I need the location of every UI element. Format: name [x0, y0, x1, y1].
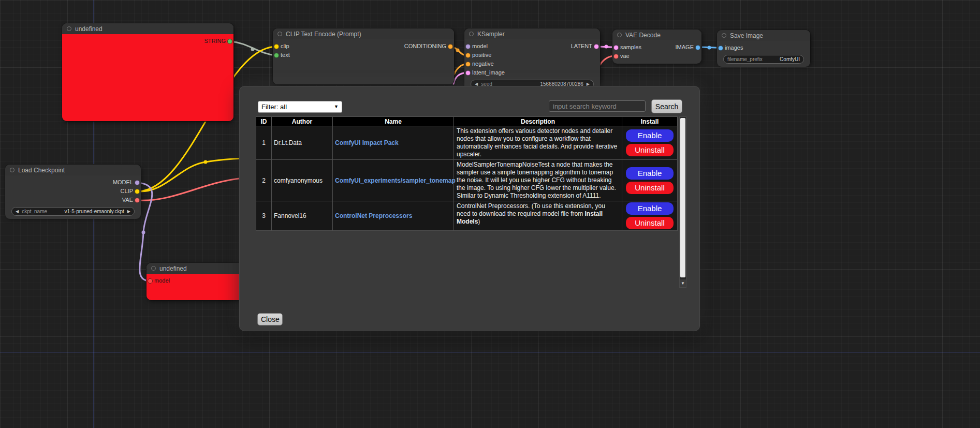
node-load-checkpoint[interactable]: Load Checkpoint MODEL CLIP VAE ◀ ckpt_na…: [5, 165, 141, 217]
output-slot-label: VAE: [122, 197, 133, 203]
images-input-dot-icon[interactable]: [718, 46, 723, 51]
search-button[interactable]: Search: [651, 99, 682, 113]
enable-button[interactable]: Enable: [626, 167, 674, 180]
output-slot-model[interactable]: MODEL: [5, 178, 141, 187]
collapse-dot-icon[interactable]: [10, 168, 14, 172]
input-slot-label: vae: [620, 53, 630, 59]
table-header-row: ID Author Name Description Install: [256, 117, 678, 126]
node-title: Save Image: [730, 32, 763, 39]
filter-select-wrap: Filter: all ▼: [258, 101, 342, 113]
scrollbar-thumb[interactable]: [680, 118, 685, 277]
output-slot-latent[interactable]: LATENT: [464, 42, 600, 51]
filter-select[interactable]: Filter: all: [258, 101, 342, 113]
text-input-dot-icon[interactable]: [274, 53, 279, 58]
filename-prefix-widget[interactable]: filename_prefix ComfyUI: [723, 55, 804, 64]
column-header-name: Name: [333, 117, 454, 126]
node-titlebar[interactable]: VAE Decode: [612, 29, 701, 40]
node-body: clip text CONDITIONING: [273, 39, 454, 84]
vae-output-dot-icon[interactable]: [135, 198, 140, 203]
extension-manager-dialog: Filter: all ▼ Search ID Author Name Desc…: [239, 86, 700, 331]
node-ksampler[interactable]: KSampler model positive negative latent_…: [464, 28, 600, 87]
input-slot-vae[interactable]: vae: [612, 52, 701, 61]
node-body: STRING: [62, 34, 233, 121]
latent-image-input-dot-icon[interactable]: [465, 70, 471, 76]
node-titlebar[interactable]: undefined: [147, 263, 250, 274]
output-slot-vae[interactable]: VAE: [5, 196, 141, 204]
input-slot-text[interactable]: text: [273, 51, 454, 60]
input-slot-negative[interactable]: negative: [464, 60, 600, 68]
node-titlebar[interactable]: CLIP Text Encode (Prompt): [273, 28, 454, 39]
vae-input-dot-icon[interactable]: [613, 54, 619, 59]
output-slot-label: IMAGE: [676, 44, 694, 50]
node-undefined-model[interactable]: undefined model: [147, 263, 250, 300]
negative-input-dot-icon[interactable]: [465, 62, 471, 67]
wire-midpoint-dot: [204, 160, 208, 164]
wire-midpoint-dot: [708, 46, 711, 50]
increment-arrow-icon[interactable]: ▶: [127, 208, 130, 215]
node-title: VAE Decode: [625, 32, 661, 39]
collapse-dot-icon[interactable]: [277, 32, 282, 36]
collapse-dot-icon[interactable]: [617, 33, 622, 37]
extension-link[interactable]: ComfyUI_experiments/sampler_tonemap: [335, 177, 456, 184]
widget-value: v1-5-pruned-emaonly.ckpt: [64, 209, 124, 214]
collapse-dot-icon[interactable]: [151, 266, 156, 271]
decrement-arrow-icon[interactable]: ◀: [16, 208, 19, 215]
string-output-dot-icon[interactable]: [227, 39, 232, 44]
extension-table: ID Author Name Description Install 1 Dr.…: [256, 116, 678, 231]
model-input-dot-icon[interactable]: [148, 278, 153, 284]
table-row: 2 comfyanonymous ComfyUI_experiments/sam…: [256, 160, 678, 201]
uninstall-button[interactable]: Uninstall: [626, 217, 674, 229]
node-vae-decode[interactable]: VAE Decode samples vae IMAGE: [612, 29, 701, 63]
scroll-down-arrow-icon[interactable]: ▼: [680, 279, 686, 287]
node-clip-text-encode[interactable]: CLIP Text Encode (Prompt) clip text COND…: [273, 28, 454, 84]
table-scrollbar[interactable]: ▼: [679, 116, 686, 288]
extension-link[interactable]: ComfyUI Impact Pack: [335, 139, 399, 146]
enable-button[interactable]: Enable: [626, 129, 674, 142]
ckpt-name-widget[interactable]: ◀ ckpt_name v1-5-pruned-emaonly.ckpt ▶: [11, 207, 135, 216]
latent-output-dot-icon[interactable]: [594, 44, 599, 49]
enable-button[interactable]: Enable: [626, 202, 674, 215]
wire-midpoint-dot: [251, 48, 255, 51]
node-body: images filename_prefix ComfyUI: [717, 41, 810, 67]
node-title: undefined: [75, 25, 103, 33]
output-slot-image[interactable]: IMAGE: [612, 43, 701, 52]
extension-link[interactable]: ControlNet Preprocessors: [335, 212, 412, 219]
collapse-dot-icon[interactable]: [722, 33, 726, 38]
node-titlebar[interactable]: Save Image: [717, 30, 810, 41]
input-slot-label: positive: [472, 52, 491, 58]
widget-label: ckpt_name: [22, 209, 47, 214]
extension-description: ControlNet Preprocessors. (To use this e…: [454, 201, 622, 231]
node-undefined-primitive[interactable]: undefined STRING: [62, 23, 233, 121]
node-title: KSampler: [477, 31, 505, 38]
output-slot-string[interactable]: STRING: [62, 37, 233, 46]
column-header-id: ID: [256, 117, 272, 126]
input-slot-latent-image[interactable]: latent_image: [464, 68, 600, 77]
node-save-image[interactable]: Save Image images filename_prefix ComfyU…: [717, 30, 810, 65]
output-slot-clip[interactable]: CLIP: [5, 187, 141, 196]
node-titlebar[interactable]: undefined: [62, 23, 233, 34]
node-titlebar[interactable]: Load Checkpoint: [5, 165, 141, 175]
collapse-dot-icon[interactable]: [67, 26, 71, 31]
output-slot-conditioning[interactable]: CONDITIONING: [273, 42, 454, 51]
input-slot-model[interactable]: model: [147, 276, 250, 285]
close-button[interactable]: Close: [257, 313, 283, 326]
image-output-dot-icon[interactable]: [695, 45, 700, 50]
output-slot-label: MODEL: [113, 179, 133, 185]
input-slot-images[interactable]: images: [717, 43, 810, 52]
positive-input-dot-icon[interactable]: [465, 53, 471, 58]
node-body: model: [147, 274, 250, 300]
model-output-dot-icon[interactable]: [135, 180, 140, 185]
node-titlebar[interactable]: KSampler: [464, 28, 600, 39]
uninstall-button[interactable]: Uninstall: [626, 182, 674, 194]
extension-id: 1: [256, 126, 272, 160]
uninstall-button[interactable]: Uninstall: [626, 144, 674, 156]
node-title: CLIP Text Encode (Prompt): [286, 31, 361, 38]
extension-author: Fannovel16: [272, 201, 333, 231]
collapse-dot-icon[interactable]: [469, 32, 474, 36]
input-slot-positive[interactable]: positive: [464, 51, 600, 60]
conditioning-output-dot-icon[interactable]: [448, 44, 453, 49]
search-input[interactable]: [549, 100, 646, 112]
node-title: Load Checkpoint: [18, 167, 65, 174]
clip-output-dot-icon[interactable]: [135, 189, 140, 194]
table-row: 3 Fannovel16 ControlNet Preprocessors Co…: [256, 201, 678, 231]
